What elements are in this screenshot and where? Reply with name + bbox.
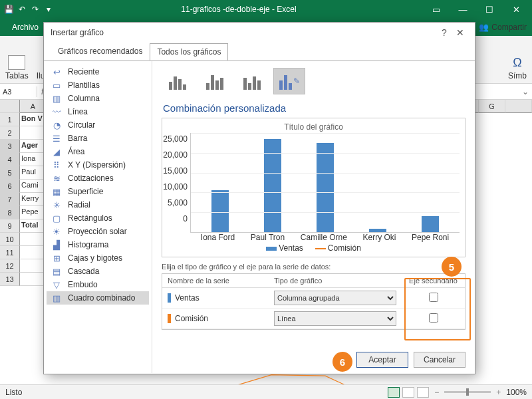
chart-canvas — [190, 133, 460, 233]
chart-type-circular[interactable]: ◔Circular — [47, 118, 149, 132]
callout-6: 6 — [332, 352, 352, 372]
chart-type-l-nea[interactable]: 〰Línea — [47, 105, 149, 118]
chart-type-proyecci-n-solar[interactable]: ☀Proyección solar — [47, 225, 149, 238]
chart-title: Título del gráfico — [168, 122, 460, 132]
section-title: Combinación personalizada — [163, 102, 466, 114]
chart-subtype-row: ✎ — [162, 68, 466, 94]
chart-type-cotizaciones[interactable]: ≋Cotizaciones — [47, 172, 149, 185]
chart-type-cuadro-combinado[interactable]: ▥Cuadro combinado — [47, 291, 149, 305]
redo-icon[interactable]: ↷ — [29, 3, 41, 15]
chart-type-list[interactable]: ↩Reciente▭Plantillas▥Columna〰Línea◔Circu… — [44, 61, 152, 373]
maximize-icon[interactable]: ☐ — [476, 0, 503, 19]
subtype-3[interactable] — [236, 68, 268, 94]
ok-button[interactable]: Aceptar — [356, 352, 408, 368]
chart-type-superficie[interactable]: ▦Superficie — [47, 185, 149, 198]
ribbon-simb[interactable]: ΩSímb — [508, 39, 527, 80]
chart-type--rea[interactable]: ◢Área — [47, 145, 149, 158]
tab-all-charts[interactable]: Todos los gráficos — [150, 43, 228, 61]
dialog-tabs: Gráficos recomendados Todos los gráficos — [44, 43, 475, 61]
qat-customize-icon[interactable]: ▾ — [43, 3, 55, 15]
callout-5: 5 — [442, 257, 462, 277]
title-bar: 💾 ↶ ↷ ▾ 11-graficos -de-doble-eje - Exce… — [0, 0, 532, 19]
dialog-help-icon[interactable]: ? — [436, 27, 452, 38]
save-icon[interactable]: 💾 — [3, 3, 15, 15]
chart-type-barra[interactable]: ☰Barra — [47, 132, 149, 145]
chart-type-x-y-dispersi-n-[interactable]: ⠿X Y (Dispersión) — [47, 158, 149, 172]
insert-chart-dialog: Insertar gráfico ? ✕ Gráficos recomendad… — [43, 22, 475, 374]
subtype-2[interactable] — [199, 68, 231, 94]
tab-recommended[interactable]: Gráficos recomendados — [51, 43, 150, 60]
undo-icon[interactable]: ↶ — [16, 3, 28, 15]
cancel-button[interactable]: Cancelar — [414, 352, 466, 368]
formula-expand-icon[interactable]: ⌄ — [519, 87, 532, 96]
status-bar: Listo − + 100% — [0, 384, 532, 399]
chart-type-cascada[interactable]: ▤Cascada — [47, 265, 149, 278]
zoom-out-icon[interactable]: − — [434, 388, 439, 397]
view-layout-icon[interactable] — [402, 387, 414, 398]
window-title: 11-graficos -de-doble-eje - Excel — [55, 5, 423, 14]
share-icon: 👥 — [479, 23, 489, 32]
chart-config-pane: ✎ Combinación personalizada Título del g… — [152, 61, 475, 373]
status-ready: Listo — [5, 388, 22, 397]
y-axis: 25,00020,00015,00010,0005,0000 — [168, 133, 190, 233]
chart-type-reciente[interactable]: ↩Reciente — [47, 65, 149, 78]
dialog-close-icon[interactable]: ✕ — [452, 27, 468, 38]
menu-share[interactable]: 👥 Compartir — [479, 23, 527, 32]
chart-type-cajas-y-bigotes[interactable]: ⊞Cajas y bigotes — [47, 251, 149, 265]
chart-type-histograma[interactable]: ▟Histograma — [47, 238, 149, 251]
subtype-custom[interactable]: ✎ — [273, 68, 305, 94]
menu-archivo[interactable]: Archivo — [5, 20, 45, 35]
chart-type-plantillas[interactable]: ▭Plantillas — [47, 78, 149, 92]
close-icon[interactable]: ✕ — [503, 0, 529, 19]
chart-type-columna[interactable]: ▥Columna — [47, 92, 149, 105]
chart-type-embudo[interactable]: ▽Embudo — [47, 278, 149, 291]
view-pagebreak-icon[interactable] — [417, 387, 429, 398]
subtype-1[interactable] — [162, 68, 194, 94]
dialog-title: Insertar gráfico — [51, 28, 104, 37]
zoom-slider[interactable] — [444, 391, 491, 393]
chart-type-rect-ngulos[interactable]: ▢Rectángulos — [47, 211, 149, 225]
zoom-level: 100% — [506, 388, 527, 397]
view-normal-icon[interactable] — [388, 387, 400, 398]
ribbon-opts-icon[interactable]: ▭ — [423, 0, 450, 19]
ribbon-tablas[interactable]: Tablas — [5, 39, 29, 80]
chart-type-radial[interactable]: ✳Radial — [47, 198, 149, 211]
chart-preview: Título del gráfico 25,00020,00015,00010,… — [162, 118, 466, 257]
zoom-in-icon[interactable]: + — [496, 388, 501, 397]
name-box[interactable]: A3 — [0, 86, 37, 97]
minimize-icon[interactable]: — — [450, 0, 476, 19]
